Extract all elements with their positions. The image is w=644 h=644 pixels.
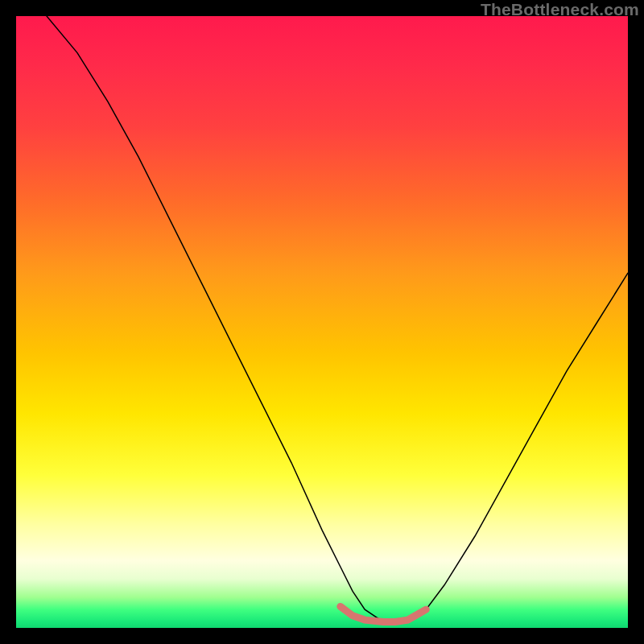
plot-area (16, 16, 628, 628)
chart-frame: TheBottleneck.com (0, 0, 644, 644)
curve-layer (16, 16, 628, 628)
optimal-band (341, 606, 426, 621)
bottleneck-curve (47, 16, 628, 621)
